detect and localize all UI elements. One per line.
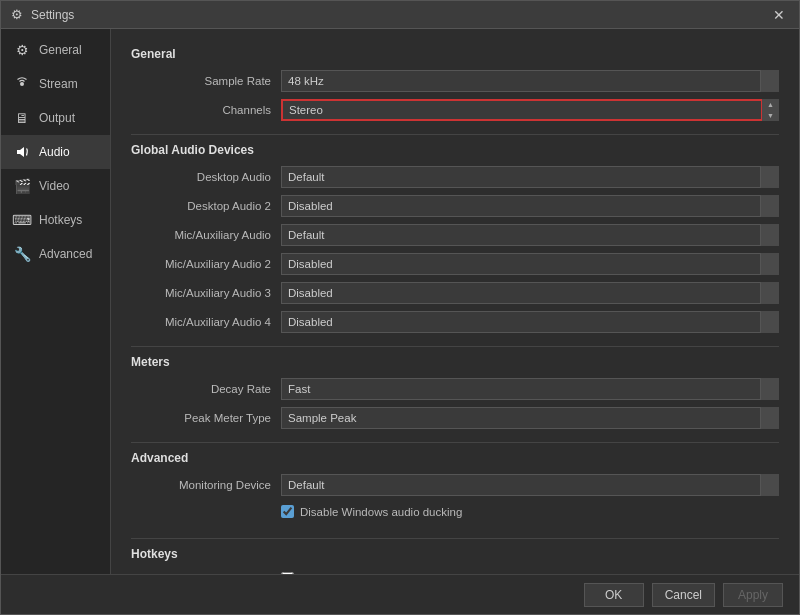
enable-push-to-mute-label[interactable]: Enable Push-to-mute [281,572,779,574]
mic-aux-row: Mic/Auxiliary Audio Default Disabled ▲ ▼ [131,223,779,247]
settings-gear-icon: ⚙ [11,7,23,22]
monitoring-select[interactable]: Default [281,474,779,496]
sidebar-item-advanced[interactable]: 🔧 Advanced [1,237,110,271]
close-button[interactable]: ✕ [769,5,789,25]
decay-rate-wrapper: Fast Medium Slow ▲ ▼ [281,378,779,400]
desktop-audio2-label: Desktop Audio 2 [131,200,281,212]
advanced-icon: 🔧 [13,245,31,263]
decay-rate-label: Decay Rate [131,383,281,395]
enable-push-to-mute-text: Enable Push-to-mute [300,573,408,575]
desktop-audio2-control: Default Disabled ▲ ▼ [281,195,779,217]
decay-rate-select[interactable]: Fast Medium Slow [281,378,779,400]
sidebar-label-hotkeys: Hotkeys [39,213,82,227]
mic-aux2-wrapper: Default Disabled ▲ ▼ [281,253,779,275]
mic-aux2-select[interactable]: Default Disabled [281,253,779,275]
mic-aux2-row: Mic/Auxiliary Audio 2 Default Disabled ▲… [131,252,779,276]
mic-aux4-label: Mic/Auxiliary Audio 4 [131,316,281,328]
mic-aux3-wrapper: Default Disabled ▲ ▼ [281,282,779,304]
monitoring-control: Default ▲ ▼ [281,474,779,496]
ducking-checkbox[interactable] [281,505,294,518]
decay-rate-row: Decay Rate Fast Medium Slow ▲ ▼ [131,377,779,401]
mic-aux2-control: Default Disabled ▲ ▼ [281,253,779,275]
main-content: ⚙ General Stream 🖥 Output [1,29,799,574]
channels-row: Channels Mono Stereo 2.1 4.0 4.1 5.1 7.1 [131,98,779,122]
decay-rate-control: Fast Medium Slow ▲ ▼ [281,378,779,400]
mic-aux4-wrapper: Default Disabled ▲ ▼ [281,311,779,333]
title-bar: ⚙ Settings ✕ [1,1,799,29]
channels-select[interactable]: Mono Stereo 2.1 4.0 4.1 5.1 7.1 [281,99,779,121]
title-bar-left: ⚙ Settings [11,7,74,22]
sample-rate-control: 44.1 kHz 48 kHz ▲ ▼ [281,70,779,92]
sample-rate-select-wrapper: 44.1 kHz 48 kHz ▲ ▼ [281,70,779,92]
sidebar-label-stream: Stream [39,77,78,91]
mic-aux-label: Mic/Auxiliary Audio [131,229,281,241]
mic-aux3-select[interactable]: Default Disabled [281,282,779,304]
desktop-audio-label: Desktop Audio [131,171,281,183]
desktop-audio2-row: Desktop Audio 2 Default Disabled ▲ ▼ [131,194,779,218]
sidebar-item-audio[interactable]: Audio [1,135,110,169]
monitoring-label: Monitoring Device [131,479,281,491]
sample-rate-row: Sample Rate 44.1 kHz 48 kHz ▲ ▼ [131,69,779,93]
peak-meter-label: Peak Meter Type [131,412,281,424]
advanced-section-header: Advanced [131,451,779,465]
sidebar-item-general[interactable]: ⚙ General [1,33,110,67]
global-audio-header: Global Audio Devices [131,143,779,157]
sidebar-item-video[interactable]: 🎬 Video [1,169,110,203]
mic-aux4-row: Mic/Auxiliary Audio 4 Default Disabled ▲… [131,310,779,334]
meters-section-header: Meters [131,355,779,369]
desktop-audio-row: Desktop Audio Default Disabled ▲ ▼ [131,165,779,189]
channels-label: Channels [131,104,281,116]
sample-rate-select[interactable]: 44.1 kHz 48 kHz [281,70,779,92]
ok-button[interactable]: OK [584,583,644,607]
peak-meter-wrapper: Sample Peak True Peak ▲ ▼ [281,407,779,429]
monitoring-row: Monitoring Device Default ▲ ▼ [131,473,779,497]
desktop-audio-control: Default Disabled ▲ ▼ [281,166,779,188]
divider-1 [131,134,779,135]
settings-window: ⚙ Settings ✕ ⚙ General Stream [0,0,800,615]
mic-aux3-row: Mic/Auxiliary Audio 3 Default Disabled ▲… [131,281,779,305]
mic-aux4-select[interactable]: Default Disabled [281,311,779,333]
mic-aux3-control: Default Disabled ▲ ▼ [281,282,779,304]
content-area: General Sample Rate 44.1 kHz 48 kHz ▲ ▼ [111,29,799,574]
desktop-audio2-select[interactable]: Default Disabled [281,195,779,217]
mic-aux2-label: Mic/Auxiliary Audio 2 [131,258,281,270]
peak-meter-select[interactable]: Sample Peak True Peak [281,407,779,429]
divider-2 [131,346,779,347]
desktop-audio2-wrapper: Default Disabled ▲ ▼ [281,195,779,217]
sidebar-item-hotkeys[interactable]: ⌨ Hotkeys [1,203,110,237]
sidebar-item-output[interactable]: 🖥 Output [1,101,110,135]
sample-rate-label: Sample Rate [131,75,281,87]
desktop-audio-select[interactable]: Default Disabled [281,166,779,188]
monitoring-wrapper: Default ▲ ▼ [281,474,779,496]
sidebar-label-audio: Audio [39,145,70,159]
footer: OK Cancel Apply [1,574,799,614]
general-section-header: General [131,47,779,61]
mic-aux-control: Default Disabled ▲ ▼ [281,224,779,246]
mic-aux4-control: Default Disabled ▲ ▼ [281,311,779,333]
divider-4 [131,538,779,539]
sidebar-label-general: General [39,43,82,57]
svg-point-0 [20,82,24,86]
output-icon: 🖥 [13,109,31,127]
ducking-row: Disable Windows audio ducking [131,502,779,526]
audio-icon [13,143,31,161]
sidebar-label-video: Video [39,179,69,193]
mic-aux-select[interactable]: Default Disabled [281,224,779,246]
sidebar-label-output: Output [39,111,75,125]
mic-aux-wrapper: Default Disabled ▲ ▼ [281,224,779,246]
apply-button[interactable]: Apply [723,583,783,607]
stream-icon [13,75,31,93]
sidebar-item-stream[interactable]: Stream [1,67,110,101]
cancel-button[interactable]: Cancel [652,583,715,607]
hotkeys-icon: ⌨ [13,211,31,229]
hotkeys-mic-aux-control: Enable Push-to-mute [281,572,779,574]
ducking-control: Disable Windows audio ducking [281,505,779,523]
enable-push-to-mute-checkbox[interactable] [281,572,294,574]
hotkeys-section-header: Hotkeys [131,547,779,561]
ducking-checkbox-label[interactable]: Disable Windows audio ducking [281,505,779,518]
mic-aux3-label: Mic/Auxiliary Audio 3 [131,287,281,299]
desktop-audio-wrapper: Default Disabled ▲ ▼ [281,166,779,188]
channels-control: Mono Stereo 2.1 4.0 4.1 5.1 7.1 ▲ ▼ [281,99,779,121]
window-title: Settings [31,8,74,22]
peak-meter-row: Peak Meter Type Sample Peak True Peak ▲ … [131,406,779,430]
